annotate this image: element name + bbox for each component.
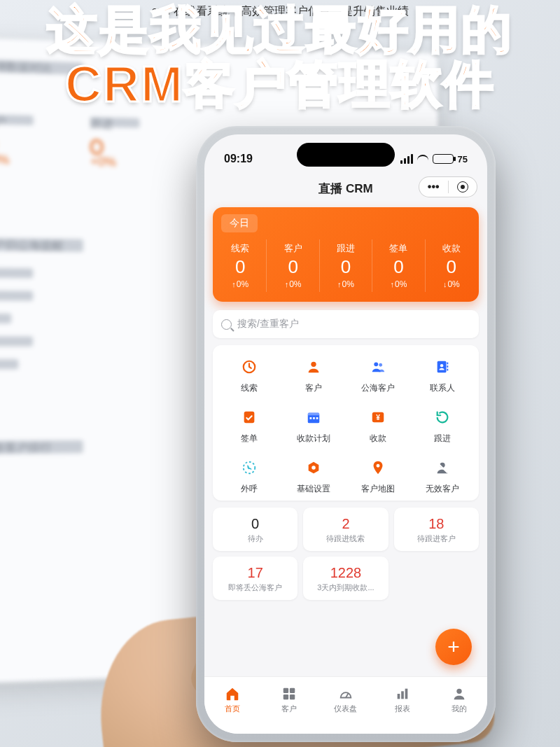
map-icon — [366, 456, 390, 480]
capsule-close-icon[interactable] — [449, 181, 477, 193]
summary-pct: ↑0% — [320, 279, 372, 289]
app-label: 公海客户 — [346, 382, 410, 394]
summary-value: 0 — [267, 256, 318, 278]
tile-number: 1228 — [306, 565, 385, 581]
summary-value: 0 — [320, 256, 372, 278]
tab-report[interactable]: 报表 — [374, 677, 430, 722]
bg-section2: 客户归公海提醒 — [0, 238, 83, 252]
svg-point-3 — [379, 363, 382, 367]
tile-caption: 待跟进客户 — [397, 533, 476, 544]
summary-label: 签单 — [372, 242, 424, 255]
svg-rect-25 — [284, 694, 288, 699]
app-invalid[interactable]: 无效客户 — [410, 456, 475, 495]
plus-icon: + — [447, 635, 460, 659]
bg-section3: 最新客户排行 — [0, 440, 83, 454]
summary-col-1[interactable]: 客户 0 ↑0% — [266, 239, 318, 292]
report-icon — [395, 686, 410, 701]
svg-point-2 — [374, 362, 378, 366]
svg-rect-26 — [290, 694, 295, 699]
summary-col-2[interactable]: 跟进 0 ↑0% — [319, 239, 372, 292]
summary-pct: ↓0% — [426, 279, 477, 289]
call-icon — [237, 456, 261, 480]
search-icon — [221, 319, 232, 330]
summary-col-3[interactable]: 签单 0 ↑0% — [372, 239, 424, 292]
home-icon — [225, 686, 240, 701]
invalid-icon — [430, 456, 454, 480]
stat-tile-4[interactable]: 1228 3天内到期收款... — [303, 557, 388, 600]
app-leads[interactable]: 线索 — [217, 355, 281, 394]
svg-rect-11 — [308, 413, 320, 416]
app-title: 直播 CRM — [318, 181, 372, 197]
pool-icon — [366, 355, 390, 379]
summary-label: 收款 — [426, 242, 477, 255]
app-payment-plan[interactable]: 收款计划 — [281, 405, 346, 445]
tile-number: 18 — [397, 516, 476, 532]
app-pool[interactable]: 公海客户 — [346, 355, 410, 394]
summary-label: 线索 — [214, 242, 266, 255]
svg-rect-28 — [397, 694, 400, 699]
app-settings[interactable]: 基础设置 — [281, 456, 346, 495]
summary-pct: ↑0% — [267, 279, 318, 289]
wifi-icon — [417, 155, 428, 163]
customer-icon — [302, 355, 326, 379]
tab-customers[interactable]: 客户 — [261, 677, 318, 722]
svg-point-1 — [311, 362, 316, 367]
status-time: 09:19 — [224, 153, 253, 165]
deal-icon — [237, 405, 261, 429]
summary-value: 0 — [214, 256, 266, 278]
svg-rect-13 — [313, 417, 315, 419]
app-label: 收款计划 — [281, 433, 346, 445]
tile-number: 0 — [216, 516, 295, 532]
svg-rect-23 — [284, 687, 288, 692]
svg-point-19 — [312, 466, 316, 470]
miniprogram-capsule[interactable]: ••• — [419, 176, 477, 197]
stat-tile-3[interactable]: 17 即将丢公海客户 — [213, 557, 298, 600]
app-label: 收款 — [346, 433, 410, 445]
tab-label: 首页 — [225, 704, 240, 714]
tile-number: 2 — [306, 516, 385, 532]
stat-tile-2[interactable]: 18 待跟进客户 — [394, 508, 479, 551]
svg-rect-9 — [244, 412, 255, 424]
app-followup[interactable]: 跟进 — [410, 405, 475, 445]
tab-label: 客户 — [281, 704, 297, 714]
tab-dashboard[interactable]: 仪表盘 — [318, 677, 374, 722]
summary-col-4[interactable]: 收款 0 ↓0% — [425, 239, 477, 292]
payment-icon: ¥ — [366, 405, 390, 429]
battery-icon — [433, 154, 454, 164]
svg-rect-14 — [316, 417, 318, 419]
app-map[interactable]: 客户地图 — [346, 456, 410, 495]
summary-label: 客户 — [267, 242, 318, 255]
svg-rect-12 — [310, 417, 312, 419]
search-bar[interactable]: 搜索/查重客户 — [213, 310, 479, 338]
stat-tile-1[interactable]: 2 待跟进线索 — [303, 508, 388, 551]
tile-number: 17 — [216, 565, 295, 581]
payment-plan-icon — [302, 405, 326, 429]
stat-tile-0[interactable]: 0 待办 — [213, 508, 298, 551]
quick-stats: 0 待办2 待跟进线索18 待跟进客户17 即将丢公海客户1228 3天内到期收… — [213, 508, 479, 600]
app-deal[interactable]: 签单 — [217, 405, 281, 445]
svg-rect-24 — [290, 687, 295, 692]
dynamic-island — [297, 143, 395, 167]
app-customer[interactable]: 客户 — [281, 355, 346, 394]
svg-rect-30 — [405, 688, 407, 699]
leads-icon — [237, 355, 261, 379]
svg-text:¥: ¥ — [376, 414, 380, 421]
tab-me[interactable]: 我的 — [430, 677, 487, 722]
summary-value: 0 — [426, 256, 477, 278]
today-tab[interactable]: 今日 — [221, 214, 258, 232]
tab-label: 报表 — [395, 704, 410, 714]
app-contact[interactable]: 联系人 — [410, 355, 475, 394]
tile-caption: 待办 — [216, 533, 295, 544]
tab-label: 我的 — [451, 704, 467, 714]
capsule-menu-icon[interactable]: ••• — [419, 183, 448, 190]
dashboard-icon — [338, 686, 354, 701]
app-label: 跟进 — [410, 433, 475, 445]
app-label: 外呼 — [217, 483, 281, 495]
bottom-tab-bar: 首页 客户 仪表盘 报表 我的 — [204, 676, 487, 734]
app-call[interactable]: 外呼 — [217, 456, 281, 495]
tab-home[interactable]: 首页 — [204, 677, 261, 722]
app-grid: 线索 客户 公海客户 联系人 签单 收款计划¥ 收款 跟进 外呼 基础设置 客户… — [213, 345, 479, 501]
app-payment[interactable]: ¥ 收款 — [346, 405, 410, 445]
summary-col-0[interactable]: 线索 0 ↑0% — [214, 239, 266, 292]
fab-add-button[interactable]: + — [435, 629, 472, 665]
